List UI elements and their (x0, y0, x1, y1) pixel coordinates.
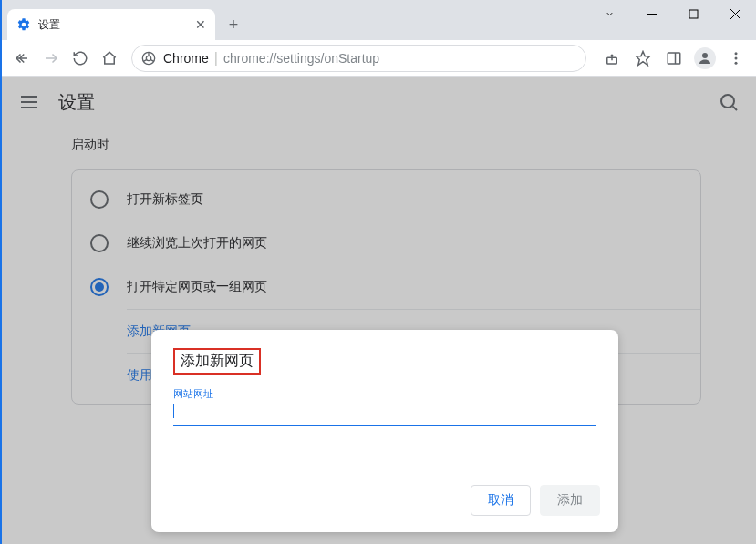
titlebar: 设置 ✕ + (2, 0, 756, 40)
omnibox-path: chrome://settings/onStartup (223, 51, 379, 66)
url-input[interactable] (173, 401, 596, 426)
svg-point-19 (735, 56, 738, 59)
chrome-product-icon (141, 51, 156, 66)
add-button[interactable]: 添加 (540, 485, 600, 516)
nav-reload-button[interactable] (66, 44, 95, 73)
svg-point-18 (735, 52, 738, 55)
dialog-title-highlight: 添加新网页 (173, 348, 261, 375)
svg-point-17 (702, 53, 708, 58)
address-bar[interactable]: Chrome | chrome://settings/onStartup (131, 45, 586, 72)
browser-toolbar: Chrome | chrome://settings/onStartup (2, 40, 756, 77)
omnibox-separator: | (214, 50, 218, 67)
nav-home-button[interactable] (95, 44, 124, 73)
omnibox-origin: Chrome (163, 51, 209, 66)
window-maximize-button[interactable] (672, 0, 714, 27)
svg-marker-14 (637, 51, 650, 65)
chrome-menu-button[interactable] (721, 44, 751, 73)
cancel-button[interactable]: 取消 (471, 485, 531, 516)
svg-rect-1 (689, 10, 698, 18)
profile-button[interactable] (690, 44, 720, 73)
nav-back-button[interactable] (7, 44, 36, 73)
svg-line-11 (150, 59, 154, 61)
tab-title: 设置 (38, 17, 195, 33)
window-controls (588, 0, 756, 40)
share-button[interactable] (597, 44, 627, 73)
svg-point-20 (735, 61, 738, 64)
tab-search-button[interactable] (588, 0, 630, 27)
window-close-button[interactable] (714, 0, 756, 27)
tab-close-icon[interactable]: ✕ (195, 17, 206, 32)
window-minimize-button[interactable] (630, 0, 672, 27)
side-panel-button[interactable] (659, 44, 689, 73)
url-field-label: 网站网址 (173, 387, 596, 401)
new-tab-button[interactable]: + (221, 12, 246, 37)
svg-line-10 (143, 59, 147, 61)
browser-tab[interactable]: 设置 ✕ (7, 9, 215, 40)
bookmark-button[interactable] (628, 44, 658, 73)
settings-page: 设置 启动时 打开新标签页 继续浏览上次打开的网页 打开特定网页或一组网页 添加… (2, 77, 756, 544)
svg-rect-15 (668, 53, 680, 64)
dialog-title: 添加新网页 (181, 353, 254, 368)
add-page-dialog: 添加新网页 网站网址 取消 添加 (151, 330, 618, 532)
avatar-icon (694, 47, 716, 69)
gear-icon (16, 17, 31, 32)
nav-forward-button[interactable] (36, 44, 66, 73)
